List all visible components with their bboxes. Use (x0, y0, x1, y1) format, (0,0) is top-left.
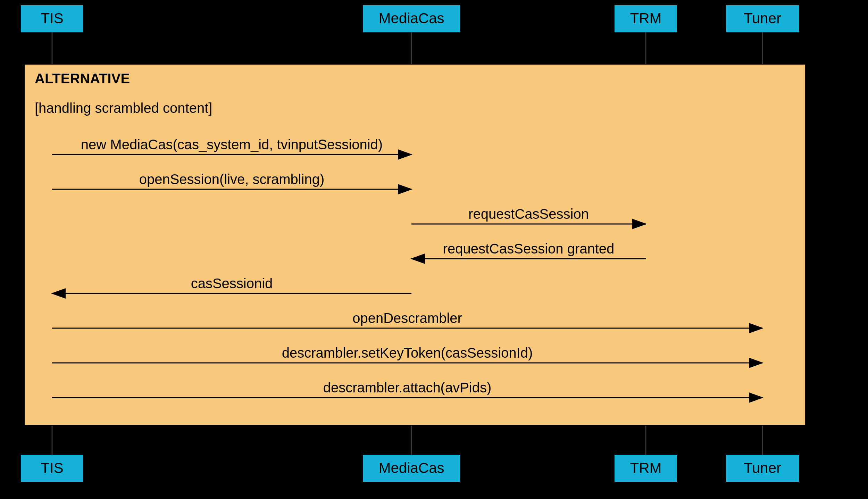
alt-fragment: ALTERNATIVE [handling scrambled content] (24, 64, 806, 425)
participant-mediacas: MediaCas (363, 5, 460, 32)
participant-tuner: Tuner (726, 455, 799, 482)
message-label: new MediaCas(cas_system_id, tvinputSessi… (81, 137, 383, 152)
message-label: openSession(live, scrambling) (139, 172, 325, 187)
participant-tis: TIS (21, 5, 83, 32)
participant-trm: TRM (615, 455, 677, 482)
participant-label: MediaCas (378, 460, 444, 476)
participant-label: TRM (630, 10, 662, 26)
participant-label: Tuner (744, 10, 781, 26)
participant-trm: TRM (615, 5, 677, 32)
participant-tis: TIS (21, 455, 83, 482)
alt-condition: [handling scrambled content] (35, 100, 212, 116)
alt-label: ALTERNATIVE (35, 71, 130, 86)
participant-label: TRM (630, 460, 662, 476)
message-0: new MediaCas(cas_system_id, tvinputSessi… (52, 137, 411, 155)
participants-top: TISMediaCasTRMTuner (21, 5, 799, 32)
participant-label: Tuner (744, 460, 781, 476)
message-label: casSessionid (191, 276, 273, 291)
participant-tuner: Tuner (726, 5, 799, 32)
sequence-diagram: ALTERNATIVE [handling scrambled content]… (0, 0, 868, 499)
svg-rect-5 (24, 64, 806, 425)
message-label: descrambler.setKeyToken(casSessionId) (282, 345, 533, 360)
message-label: openDescrambler (352, 310, 462, 326)
message-label: descrambler.attach(avPids) (323, 380, 492, 395)
message-3: requestCasSession granted (411, 241, 646, 259)
message-label: requestCasSession (468, 206, 589, 222)
message-label: requestCasSession granted (443, 241, 615, 256)
participant-label: MediaCas (378, 10, 444, 26)
participant-mediacas: MediaCas (363, 455, 460, 482)
participants-bottom: TISMediaCasTRMTuner (21, 455, 799, 482)
participant-label: TIS (41, 460, 63, 476)
participant-label: TIS (41, 10, 63, 26)
